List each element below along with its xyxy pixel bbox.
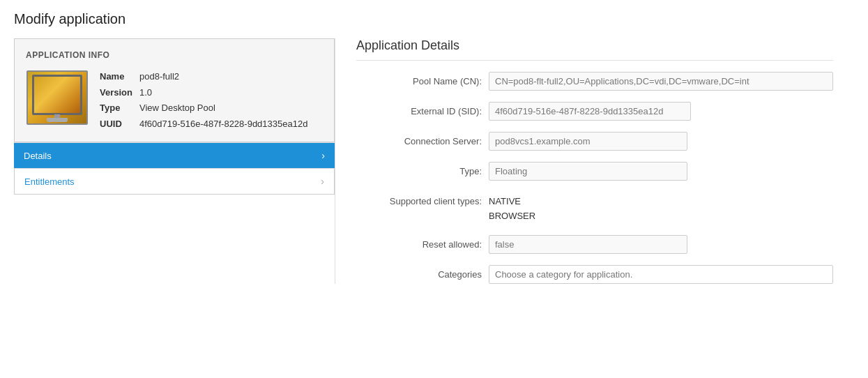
- input-type[interactable]: [489, 162, 687, 181]
- field-connection-server: [489, 132, 833, 151]
- nav-arrow-entitlements: ›: [321, 176, 324, 187]
- meta-label-version: Version: [100, 86, 132, 100]
- nav-item-entitlements[interactable]: Entitlements ›: [14, 168, 335, 195]
- meta-value-uuid: 4f60d719-516e-487f-8228-9dd1335ea12d: [139, 117, 323, 131]
- label-supported-types: Supported client types:: [356, 192, 482, 206]
- field-type: [489, 162, 833, 181]
- supported-type-native: NATIVE: [489, 195, 833, 209]
- app-info-body: Name pod8-full2 Version 1.0 Type View De…: [26, 70, 323, 130]
- form-row-poolname: Pool Name (CN):: [356, 72, 833, 91]
- nav-arrow-details: ›: [321, 150, 325, 161]
- field-reset-allowed: [489, 235, 833, 254]
- nav-items: Details › Entitlements ›: [14, 142, 335, 195]
- input-reset-allowed[interactable]: [489, 235, 687, 254]
- field-externalid: [489, 102, 833, 121]
- form-grid: Pool Name (CN): External ID (SID): Conne…: [356, 72, 833, 284]
- input-connection-server[interactable]: [489, 132, 687, 151]
- meta-table: Name pod8-full2 Version 1.0 Type View De…: [100, 70, 323, 130]
- nav-item-details[interactable]: Details ›: [14, 142, 335, 168]
- form-row-connection-server: Connection Server:: [356, 132, 833, 151]
- monitor-base: [47, 118, 68, 122]
- form-row-reset-allowed: Reset allowed:: [356, 235, 833, 254]
- supported-types-list: NATIVE BROWSER: [489, 192, 833, 224]
- label-reset-allowed: Reset allowed:: [356, 235, 482, 250]
- form-row-supported-types: Supported client types: NATIVE BROWSER: [356, 192, 833, 224]
- input-categories[interactable]: [489, 265, 833, 284]
- label-externalid: External ID (SID):: [356, 102, 482, 116]
- input-poolname[interactable]: [489, 72, 833, 91]
- supported-type-browser: BROWSER: [489, 209, 833, 224]
- label-categories: Categories: [356, 265, 482, 280]
- page-wrapper: Modify application APPLICATION INFO: [0, 0, 868, 295]
- page-title: Modify application: [14, 11, 854, 27]
- meta-label-name: Name: [100, 70, 132, 84]
- field-supported-types: NATIVE BROWSER: [489, 192, 833, 224]
- right-panel: Application Details Pool Name (CN): Exte…: [335, 38, 854, 284]
- details-title: Application Details: [356, 38, 833, 61]
- label-type: Type:: [356, 162, 482, 176]
- form-row-type: Type:: [356, 162, 833, 181]
- label-connection-server: Connection Server:: [356, 132, 482, 146]
- form-row-categories: Categories: [356, 265, 833, 284]
- app-icon: [26, 70, 88, 125]
- field-poolname: [489, 72, 833, 91]
- nav-item-entitlements-label: Entitlements: [24, 176, 75, 187]
- meta-value-type: View Desktop Pool: [139, 101, 323, 115]
- form-row-externalid: External ID (SID):: [356, 102, 833, 121]
- meta-value-name: pod8-full2: [139, 70, 323, 84]
- content-area: APPLICATION INFO Name pod8-full2: [14, 38, 854, 284]
- app-info-section-title: APPLICATION INFO: [26, 50, 323, 60]
- app-info-box: APPLICATION INFO Name pod8-full2: [14, 38, 335, 142]
- meta-label-type: Type: [100, 101, 132, 115]
- app-meta: Name pod8-full2 Version 1.0 Type View De…: [100, 70, 323, 130]
- meta-label-uuid: UUID: [100, 117, 132, 131]
- input-externalid[interactable]: [489, 102, 691, 121]
- label-poolname: Pool Name (CN):: [356, 72, 482, 86]
- monitor-screen: [32, 75, 82, 115]
- nav-item-details-label: Details: [24, 151, 52, 161]
- left-panel: APPLICATION INFO Name pod8-full2: [14, 38, 335, 284]
- app-icon-wrapper: [26, 70, 89, 126]
- field-categories: [489, 265, 833, 284]
- meta-value-version: 1.0: [139, 86, 323, 100]
